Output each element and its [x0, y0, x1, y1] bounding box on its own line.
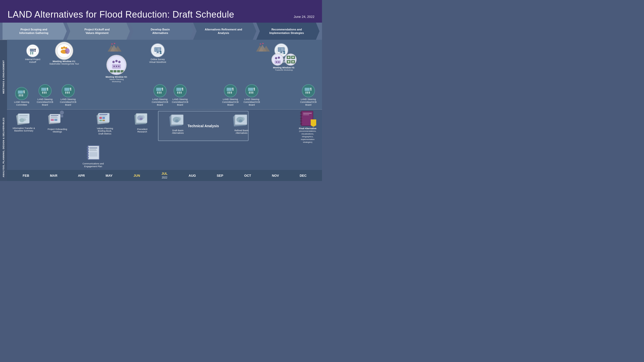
mw3-icon-2	[285, 54, 297, 66]
svg-point-11	[63, 47, 65, 49]
svg-rect-56	[19, 96, 20, 96]
draft-basin-svg	[169, 112, 186, 128]
spiral-3	[300, 117, 302, 119]
svg-rect-112	[177, 93, 178, 94]
phase-5: Recommendations andImplementation Strate…	[256, 23, 319, 40]
svg-rect-30	[280, 52, 282, 53]
svg-point-205	[140, 118, 143, 120]
svg-point-131	[249, 92, 250, 93]
svg-point-107	[182, 88, 183, 89]
svg-rect-74	[70, 89, 71, 90]
timeline-footer: FEB MAR APR MAY JUN JUL2022 AUG SEP OCT …	[7, 170, 322, 181]
internal-kickoff: Internal Project Kickoff	[23, 44, 43, 64]
svg-rect-52	[24, 92, 25, 93]
meeting-window-2-svg	[108, 56, 125, 74]
svg-rect-183	[99, 114, 107, 115]
svg-point-23	[160, 51, 162, 53]
draft-basin-doc: Draft BasinAlternatives	[169, 112, 186, 135]
svg-point-99	[159, 92, 160, 93]
committee-1-label: LAND SteeringCommittee	[14, 101, 29, 106]
svg-point-88	[118, 66, 119, 67]
svg-rect-57	[20, 96, 21, 96]
svg-point-20	[157, 48, 159, 50]
committee-8-label: LAND SteeringCommittee/OCBBoard	[300, 98, 317, 106]
month-dec: DEC	[289, 174, 317, 177]
values-planning-svg	[96, 110, 113, 126]
content-area: MEETINGS & ENGAGEMENT ANALYSIS, PLANNING…	[0, 40, 322, 181]
month-feb: FEB	[12, 174, 40, 177]
svg-marker-38	[111, 43, 113, 45]
month-sep: SEP	[206, 174, 234, 177]
svg-rect-63	[47, 89, 48, 90]
svg-point-150	[288, 61, 290, 63]
book-line-2	[303, 114, 309, 115]
svg-point-149	[292, 57, 294, 58]
precedent-research-label: PrecedentResearch	[137, 128, 147, 133]
svg-point-96	[162, 88, 163, 89]
svg-rect-6	[30, 53, 31, 54]
label-analysis: ANALYSIS, PLANNING, DESIGN & DELIVERABLE…	[0, 114, 7, 181]
info-transfer-doc: Information Transfer &Baseline Summary	[13, 112, 35, 132]
svg-rect-78	[65, 93, 66, 94]
refined-basin-doc: Refined BasinAlternatives	[233, 112, 250, 135]
svg-point-211	[175, 119, 179, 122]
committee-5: LAND SteeringCommittee/OCBBoard	[172, 84, 188, 106]
svg-rect-103	[160, 93, 162, 94]
svg-point-138	[275, 57, 277, 59]
refined-basin-label: Refined BasinAlternatives	[234, 129, 249, 135]
svg-point-120	[227, 92, 229, 93]
svg-rect-72	[65, 88, 69, 91]
comms-plan-label: Communications andEngagement Plan	[83, 162, 104, 168]
svg-point-82	[112, 61, 115, 63]
svg-rect-102	[159, 93, 160, 94]
committee-3-icon	[62, 84, 75, 97]
meeting-window-2-group: Meeting Window #2: Values PlanningWorksh…	[104, 55, 129, 83]
month-nov: NOV	[262, 174, 289, 177]
svg-rect-123	[227, 93, 228, 94]
committee-2-label: LAND SteeringCommittee/OCBBoard	[37, 98, 53, 106]
svg-rect-187	[99, 120, 102, 121]
committee-5-icon	[174, 84, 187, 97]
final-alt-icon	[301, 111, 314, 126]
final-alternative-doc: Final Alternative(recommendations,visual…	[296, 111, 319, 144]
mw3-icon-1	[271, 54, 284, 66]
svg-rect-197	[89, 149, 96, 150]
svg-rect-113	[179, 93, 180, 94]
svg-point-110	[179, 92, 180, 93]
svg-rect-114	[181, 93, 182, 94]
committee-6: LAND SteeringCommittee/OCBBoard	[222, 84, 239, 106]
svg-rect-176	[51, 117, 57, 117]
svg-point-151	[292, 61, 294, 63]
svg-rect-199	[89, 152, 97, 157]
svg-point-111	[180, 92, 182, 93]
comms-plan-svg	[84, 145, 102, 162]
c5-svg	[175, 86, 185, 96]
spiral-5	[300, 123, 302, 125]
svg-rect-68	[44, 93, 45, 94]
svg-point-169	[23, 118, 26, 121]
meeting-window-1-label-group: Meeting Window #1: Stakeholder Meetings/…	[49, 60, 79, 65]
svg-rect-196	[89, 148, 97, 148]
book-content	[302, 111, 313, 117]
flags-svg-2	[256, 43, 271, 52]
committee-2-icon	[38, 84, 52, 97]
month-jul: JUL2022	[151, 172, 178, 179]
book-ribbon	[311, 119, 316, 127]
spiral-4	[300, 120, 302, 122]
svg-point-51	[23, 90, 25, 92]
svg-rect-79	[67, 93, 68, 94]
spiral-2	[300, 115, 302, 117]
phase-3: Develop BasinAlternatives	[130, 23, 193, 40]
meeting-window-3-labels: Meeting Window #3: Tradeoffs Workshop	[273, 66, 295, 71]
phase-4: Alternatives Refinement andAnalysis	[193, 23, 256, 40]
phase-2-label: Project Kickoff andValues Alignment	[85, 28, 110, 35]
svg-point-76	[67, 92, 68, 93]
svg-point-148	[288, 57, 290, 58]
svg-point-118	[232, 88, 233, 89]
svg-rect-21	[157, 52, 158, 53]
analysis-section: Information Transfer &Baseline Summary	[7, 110, 322, 170]
svg-rect-90	[113, 70, 116, 72]
svg-point-129	[253, 88, 255, 89]
committee-3: LAND SteeringCommittee/OCBBoard	[60, 84, 76, 106]
committee-6-icon	[224, 84, 237, 97]
